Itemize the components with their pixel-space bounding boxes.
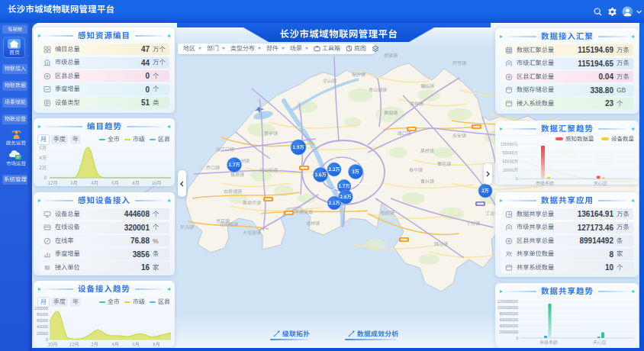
svg-text:100000: 100000 [34, 307, 48, 311]
svg-text:400000000: 400000000 [500, 324, 519, 328]
svg-text:1200000000: 1200000000 [497, 300, 518, 304]
svg-text:40000: 40000 [37, 324, 48, 329]
svg-text:60000: 60000 [37, 318, 48, 323]
svg-text:1000000000: 1000000000 [497, 306, 518, 310]
svg-text:800000000: 800000000 [500, 312, 519, 316]
svg-text:80000: 80000 [37, 312, 48, 317]
svg-text:600000000: 600000000 [500, 318, 519, 322]
